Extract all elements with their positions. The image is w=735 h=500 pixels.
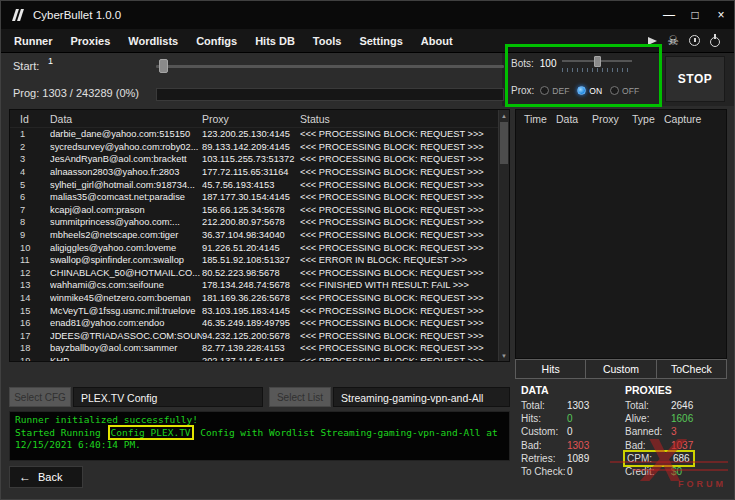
runner-row[interactable]: 3JesAndRyanB@aol.com:brackett103.115.255… <box>10 153 498 166</box>
select-list-button[interactable]: Select List <box>269 387 331 407</box>
start-slider[interactable] <box>156 59 504 73</box>
menu-item-about[interactable]: About <box>412 29 462 53</box>
runner-row[interactable]: 1darbie_dane@yahoo.com:515150123.200.25.… <box>10 128 498 141</box>
stat-data-to-check-: To Check:0 <box>521 465 621 478</box>
runner-cell-id: 6 <box>20 192 50 202</box>
history-clock-icon[interactable] <box>689 35 700 46</box>
config-name-field[interactable]: PLEX.TV Config <box>73 387 263 407</box>
stat-data-hits-: Hits:0 <box>521 412 621 425</box>
runner-cell-proxy: 178.134.248.74:5678 <box>202 280 300 290</box>
menu-item-proxies[interactable]: Proxies <box>62 29 120 53</box>
prox-radio-group: DEFONOFF <box>540 86 639 96</box>
runner-cell-status: <<< PROCESSING BLOCK: REQUEST >>> <box>300 356 498 361</box>
stat-value: 1303 <box>567 399 589 412</box>
runner-cell-status: <<< PROCESSING BLOCK: REQUEST >>> <box>300 268 498 278</box>
runner-scrollbar[interactable]: ▲ ▼ <box>498 110 509 361</box>
runner-cell-data: mbheels2@netscape.com:tiger <box>50 230 202 240</box>
stat-label: Hits: <box>521 412 567 425</box>
stat-proxies-cpm-: CPM:686 <box>623 450 695 467</box>
runner-row[interactable]: 2sycredsurvey@yahoo.com:roby02...89.133.… <box>10 141 498 154</box>
stat-label: Retries: <box>521 452 567 465</box>
runner-cell-proxy: 177.72.115.65:31164 <box>202 167 300 177</box>
prox-label: Prox: <box>511 85 534 96</box>
radio-icon-def <box>540 86 549 95</box>
runner-cell-id: 13 <box>20 280 50 290</box>
runner-cell-data: kcapj@aol.com:prason <box>50 205 202 215</box>
start-slider-thumb[interactable] <box>159 59 168 73</box>
runner-row[interactable]: 13wahhami@cs.com:seifoune178.134.248.74:… <box>10 279 498 292</box>
back-button[interactable]: ← Back <box>9 466 83 488</box>
wordlist-name-field[interactable]: Streaming-gaming-vpn-and-All <box>333 387 510 407</box>
runner-log: Runner initialized successfully! Started… <box>9 411 510 461</box>
start-slider-track[interactable] <box>156 65 504 68</box>
runner-cell-status: <<< PROCESSING BLOCK: REQUEST >>> <box>300 243 498 253</box>
menu-item-wordlists[interactable]: Wordlists <box>119 29 187 53</box>
maximize-button[interactable]: □ <box>682 1 708 29</box>
runner-cell-id: 11 <box>20 255 50 265</box>
stat-value: 686 <box>673 452 690 465</box>
runner-row[interactable]: 5sylheti_girl@hotmail.com:918734...45.7.… <box>10 178 498 191</box>
telegram-icon[interactable] <box>648 37 657 45</box>
prox-option-off[interactable]: OFF <box>610 86 639 96</box>
runner-row[interactable]: 17JDEES@TRIADASSOC.COM:SOUN...94.232.125… <box>10 330 498 343</box>
prox-option-on[interactable]: ON <box>577 86 602 96</box>
bots-slider[interactable] <box>562 56 632 72</box>
tab-tocheck[interactable]: ToCheck <box>657 359 727 379</box>
menu-item-runner[interactable]: Runner <box>5 29 62 53</box>
app-logo-icon <box>11 8 25 22</box>
prox-option-def[interactable]: DEF <box>540 86 569 96</box>
tab-custom[interactable]: Custom <box>586 359 656 379</box>
runner-row[interactable]: 6malias35@comcast.net:paradise187.177.30… <box>10 191 498 204</box>
stop-button[interactable]: STOP <box>665 56 725 102</box>
stat-value: 1606 <box>671 412 693 425</box>
scroll-down-icon[interactable]: ▼ <box>499 350 509 361</box>
runner-row[interactable]: 12CHINABLACK_50@HOTMAIL.CO...80.52.223.9… <box>10 267 498 280</box>
results-table-header: TimeDataProxyTypeCapture <box>516 110 726 128</box>
runner-row[interactable]: 11swallop@spinfinder.com:swallop185.51.9… <box>10 254 498 267</box>
scroll-up-icon[interactable]: ▲ <box>499 110 509 121</box>
runner-cell-data: CHINABLACK_50@HOTMAIL.CO... <box>50 268 202 278</box>
runner-row[interactable]: 15McVeyTL@1fssg.usmc.mil:truelove83.103.… <box>10 304 498 317</box>
results-column-proxy: Proxy <box>592 113 632 125</box>
runner-cell-id: 14 <box>20 293 50 303</box>
runner-row[interactable]: 8summitprincess@yahoo.com:...212.200.80.… <box>10 216 498 229</box>
stat-proxies-total-: Total:2646 <box>625 399 735 412</box>
select-cfg-button[interactable]: Select CFG <box>9 387 71 407</box>
runner-cell-proxy: 103.115.255.73:51372 <box>202 154 300 164</box>
menu-item-settings[interactable]: Settings <box>350 29 411 53</box>
runner-cell-data: enad81@yahoo.com:endoo <box>50 318 202 328</box>
bots-slider-thumb[interactable] <box>594 56 601 67</box>
runner-row[interactable]: 14winmike45@netzero.com:boeman181.169.36… <box>10 292 498 305</box>
menu-item-hits-db[interactable]: Hits DB <box>246 29 304 53</box>
runner-row[interactable]: 10aligiggles@yahoo.com:loveme91.226.51.2… <box>10 241 498 254</box>
runner-cell-data: darbie_dane@yahoo.com:515150 <box>50 129 202 139</box>
runner-row[interactable]: 18bayzballboy@aol.com:sammer82.77.139.22… <box>10 342 498 355</box>
skull-icon[interactable]: ☠ <box>667 34 679 47</box>
stats-proxies-column: PROXIESTotal:2646Alive:1606Banned:3Bad:1… <box>625 384 735 478</box>
runner-cell-proxy: 156.66.125.34:5678 <box>202 205 300 215</box>
runner-cell-status: <<< PROCESSING BLOCK: REQUEST >>> <box>300 167 498 177</box>
minimize-button[interactable]: — <box>656 1 682 29</box>
menu-item-configs[interactable]: Configs <box>187 29 246 53</box>
scrollbar-thumb[interactable] <box>500 122 508 164</box>
stat-label: Alive: <box>625 412 671 425</box>
runner-row[interactable]: 19KHP...202.137.114.5:4153<<< PROCESSING… <box>10 355 498 361</box>
log-line-1: Runner initialized successfully! <box>15 414 198 425</box>
runner-row[interactable]: 7kcapj@aol.com:prason156.66.125.34:5678<… <box>10 204 498 217</box>
runner-cell-data: winmike45@netzero.com:boeman <box>50 293 202 303</box>
start-input[interactable]: 1 <box>48 56 53 66</box>
close-button[interactable]: × <box>708 1 734 29</box>
radio-icon-on <box>577 86 586 95</box>
runner-cell-id: 4 <box>20 167 50 177</box>
menu-item-tools[interactable]: Tools <box>304 29 351 53</box>
runner-row[interactable]: 9mbheels2@netscape.com:tiger36.37.104.98… <box>10 229 498 242</box>
runner-row[interactable]: 4alnaasson2803@yahoo.fr:2803177.72.115.6… <box>10 166 498 179</box>
runner-cell-status: <<< PROCESSING BLOCK: REQUEST >>> <box>300 331 498 341</box>
power-icon[interactable] <box>710 37 720 47</box>
stat-label: Bad: <box>521 439 567 452</box>
runner-row[interactable]: 16enad81@yahoo.com:endoo46.35.249.189:49… <box>10 317 498 330</box>
runner-cell-status: <<< PROCESSING BLOCK: REQUEST >>> <box>300 192 498 202</box>
runner-cell-data: aligiggles@yahoo.com:loveme <box>50 243 202 253</box>
stat-data-bad-: Bad:1303 <box>521 439 621 452</box>
tab-hits[interactable]: Hits <box>515 359 586 379</box>
